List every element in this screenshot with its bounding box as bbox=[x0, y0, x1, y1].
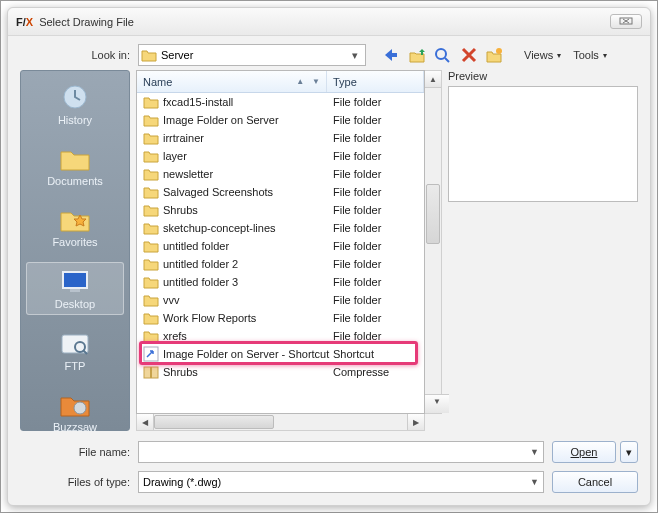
vertical-scrollbar[interactable]: ▲ ▼ bbox=[425, 70, 442, 414]
scroll-up-icon[interactable]: ▲ bbox=[425, 71, 441, 88]
folder-icon bbox=[143, 202, 159, 218]
file-row[interactable]: ShrubsFile folder bbox=[137, 201, 424, 219]
svg-rect-1 bbox=[391, 53, 397, 57]
folder-icon bbox=[143, 238, 159, 254]
file-name: newsletter bbox=[163, 168, 333, 180]
file-type: File folder bbox=[333, 294, 424, 306]
shortcut-icon bbox=[143, 346, 159, 362]
scroll-right-icon[interactable]: ▶ bbox=[407, 414, 424, 430]
folder-icon bbox=[143, 292, 159, 308]
delete-button[interactable] bbox=[458, 44, 480, 66]
file-name: untitled folder 2 bbox=[163, 258, 333, 270]
file-name: sketchup-concept-lines bbox=[163, 222, 333, 234]
filetype-label: Files of type: bbox=[20, 476, 130, 488]
close-button[interactable] bbox=[610, 14, 642, 29]
tools-menu[interactable]: Tools▾ bbox=[569, 49, 611, 61]
filetype-combobox[interactable]: Drawing (*.dwg) ▼ bbox=[138, 471, 544, 493]
file-type: File folder bbox=[333, 168, 424, 180]
folder-icon bbox=[143, 94, 159, 110]
scroll-left-icon[interactable]: ◀ bbox=[137, 414, 154, 430]
chevron-down-icon[interactable]: ▼ bbox=[312, 77, 320, 86]
folder-icon bbox=[143, 130, 159, 146]
new-folder-button[interactable] bbox=[484, 44, 506, 66]
file-row[interactable]: xrefsFile folder bbox=[137, 327, 424, 345]
titlebar: F/X Select Drawing File bbox=[8, 8, 650, 36]
file-row[interactable]: sketchup-concept-linesFile folder bbox=[137, 219, 424, 237]
chevron-down-icon[interactable]: ▼ bbox=[530, 477, 539, 487]
file-name: layer bbox=[163, 150, 333, 162]
filetype-value: Drawing (*.dwg) bbox=[143, 476, 221, 488]
svg-line-3 bbox=[445, 58, 449, 62]
scroll-thumb[interactable] bbox=[154, 415, 274, 429]
up-one-level-button[interactable] bbox=[406, 44, 428, 66]
folder-icon bbox=[141, 48, 157, 62]
open-button[interactable]: Open bbox=[552, 441, 616, 463]
places-ftp[interactable]: FTP bbox=[26, 325, 123, 376]
places-buzzsaw[interactable]: Buzzsaw bbox=[26, 386, 123, 435]
svg-rect-6 bbox=[63, 272, 87, 288]
file-name: vvv bbox=[163, 294, 333, 306]
folder-icon bbox=[143, 220, 159, 236]
folder-icon bbox=[143, 256, 159, 272]
folder-icon bbox=[143, 148, 159, 164]
nav-toolbar: Views▾ Tools▾ bbox=[380, 44, 611, 66]
folder-icon bbox=[143, 184, 159, 200]
places-desktop[interactable]: Desktop bbox=[26, 262, 123, 315]
file-row[interactable]: untitled folderFile folder bbox=[137, 237, 424, 255]
lookin-combobox[interactable]: Server ▾ bbox=[138, 44, 366, 66]
file-row[interactable]: layerFile folder bbox=[137, 147, 424, 165]
lookin-label: Look in: bbox=[20, 49, 130, 61]
chevron-down-icon[interactable]: ▼ bbox=[530, 447, 539, 457]
file-type: File folder bbox=[333, 276, 424, 288]
svg-rect-14 bbox=[150, 367, 152, 378]
file-row[interactable]: irrtrainerFile folder bbox=[137, 129, 424, 147]
chevron-down-icon[interactable]: ▾ bbox=[347, 49, 363, 62]
search-web-button[interactable] bbox=[432, 44, 454, 66]
file-row[interactable]: Salvaged ScreenshotsFile folder bbox=[137, 183, 424, 201]
file-type: Shortcut bbox=[333, 348, 424, 360]
file-row[interactable]: newsletterFile folder bbox=[137, 165, 424, 183]
file-type: File folder bbox=[333, 114, 424, 126]
file-name: Work Flow Reports bbox=[163, 312, 333, 324]
file-row[interactable]: ShrubsCompresse bbox=[137, 363, 424, 381]
file-row[interactable]: fxcad15-installFile folder bbox=[137, 93, 424, 111]
file-row[interactable]: Image Folder on Server - ShortcutShortcu… bbox=[137, 345, 424, 363]
file-row[interactable]: untitled folder 2File folder bbox=[137, 255, 424, 273]
filename-label: File name: bbox=[20, 446, 130, 458]
file-name: Shrubs bbox=[163, 204, 333, 216]
column-name[interactable]: Name▲▼ bbox=[137, 71, 327, 92]
file-list[interactable]: Name▲▼ Type fxcad15-installFile folderIm… bbox=[136, 70, 425, 414]
file-row[interactable]: Image Folder on ServerFile folder bbox=[137, 111, 424, 129]
file-row[interactable]: untitled folder 3File folder bbox=[137, 273, 424, 291]
scroll-thumb[interactable] bbox=[426, 184, 440, 244]
lookin-row: Look in: Server ▾ bbox=[8, 36, 650, 70]
file-name: untitled folder 3 bbox=[163, 276, 333, 288]
file-name: xrefs bbox=[163, 330, 333, 342]
file-row[interactable]: vvvFile folder bbox=[137, 291, 424, 309]
file-name: fxcad15-install bbox=[163, 96, 333, 108]
file-row[interactable]: Work Flow ReportsFile folder bbox=[137, 309, 424, 327]
file-type: File folder bbox=[333, 132, 424, 144]
places-favorites[interactable]: Favorites bbox=[26, 201, 123, 252]
scroll-down-icon[interactable]: ▼ bbox=[425, 394, 449, 413]
horizontal-scrollbar[interactable]: ◀ ▶ bbox=[136, 414, 425, 431]
cancel-button[interactable]: Cancel bbox=[552, 471, 638, 493]
folder-icon bbox=[143, 166, 159, 182]
folder-icon bbox=[143, 112, 159, 128]
file-type: File folder bbox=[333, 204, 424, 216]
file-type: File folder bbox=[333, 312, 424, 324]
file-name: Image Folder on Server bbox=[163, 114, 333, 126]
file-name: Salvaged Screenshots bbox=[163, 186, 333, 198]
file-type: File folder bbox=[333, 240, 424, 252]
back-button[interactable] bbox=[380, 44, 402, 66]
filename-field[interactable]: ▼ bbox=[138, 441, 544, 463]
file-type: Compresse bbox=[333, 366, 424, 378]
places-documents[interactable]: Documents bbox=[26, 140, 123, 191]
select-drawing-file-dialog: F/X Select Drawing File Look in: Server … bbox=[7, 7, 651, 506]
column-type[interactable]: Type bbox=[327, 71, 424, 92]
open-button-dropdown[interactable]: ▾ bbox=[620, 441, 638, 463]
folder-icon bbox=[143, 310, 159, 326]
places-history[interactable]: History bbox=[26, 79, 123, 130]
views-menu[interactable]: Views▾ bbox=[520, 49, 565, 61]
list-header: Name▲▼ Type bbox=[137, 71, 424, 93]
